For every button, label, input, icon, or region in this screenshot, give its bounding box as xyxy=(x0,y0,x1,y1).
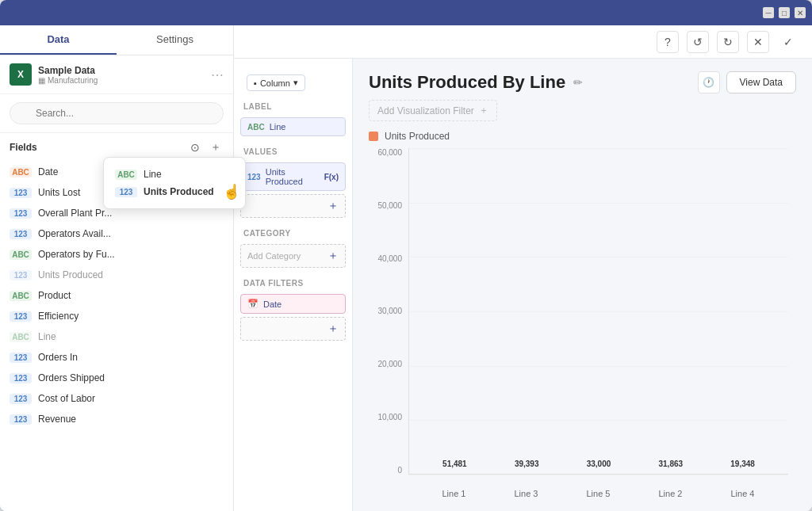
chart-title: Units Produced By Line xyxy=(369,72,565,93)
field-item[interactable]: ABC Line xyxy=(0,326,233,347)
right-panel: ? ↺ ↻ ✕ ✓ ▪ Column ▾ xyxy=(234,25,812,511)
x-labels: Line 1Line 3Line 5Line 2Line 4 xyxy=(408,489,788,498)
field-item[interactable]: 123 Revenue xyxy=(0,409,233,429)
field-name: Revenue xyxy=(38,414,76,425)
y-axis-label: 10,000 xyxy=(377,413,402,421)
close-viz-button[interactable]: ✕ xyxy=(747,31,769,53)
y-axis-label: 20,000 xyxy=(377,360,402,368)
bar-value: 51,481 xyxy=(442,460,467,468)
y-axis-label: 30,000 xyxy=(377,307,402,315)
field-type-badge: ABC xyxy=(10,250,32,260)
field-item[interactable]: 123 Orders Shipped xyxy=(0,368,233,388)
field-name: Operators Avail... xyxy=(38,228,111,239)
field-item[interactable]: ABC Operators by Fu... xyxy=(0,244,233,265)
field-name: Cost of Labor xyxy=(38,393,95,404)
title-bar: ─ □ ✕ xyxy=(0,0,812,25)
field-item[interactable]: 123 Efficiency xyxy=(0,306,233,326)
field-type-badge: 123 xyxy=(10,373,32,383)
datasource-row: X Sample Data ▦ Manufacturing ⋯ xyxy=(0,55,233,94)
config-filters-heading: DATA FILTERS xyxy=(234,276,352,291)
values-type-icon: 123 xyxy=(247,173,261,181)
field-type-badge: 123 xyxy=(10,353,32,363)
cursor-hand-icon: ☝ xyxy=(223,183,240,200)
field-type-badge: ABC xyxy=(10,332,32,342)
config-filter-date-field[interactable]: 📅 Date xyxy=(240,294,346,314)
fields-label: Fields xyxy=(10,142,182,153)
date-filter-icon: 📅 xyxy=(247,299,259,309)
search-input[interactable] xyxy=(10,102,224,124)
field-item[interactable]: 123 Orders In xyxy=(0,347,233,368)
field-name: Efficiency xyxy=(38,311,79,322)
left-panel: Data Settings X Sample Data ▦ Manufactur… xyxy=(0,25,234,511)
datasource-menu-icon[interactable]: ⋯ xyxy=(211,67,224,82)
chevron-down-icon: ▾ xyxy=(293,78,298,88)
config-values-field[interactable]: 123 Units Produced F(x) xyxy=(240,162,346,191)
table-icon: ▦ xyxy=(38,76,45,85)
field-name: Units Lost xyxy=(38,187,80,198)
field-name: Units Produced xyxy=(38,269,103,280)
field-type-badge: ABC xyxy=(10,167,32,177)
field-item[interactable]: 123 Cost of Labor xyxy=(0,388,233,409)
column-chart-icon: ▪ xyxy=(254,78,257,88)
chart-inner: 51,481 39,393 33,000 31,863 19,348 xyxy=(408,148,788,475)
y-axis-label: 0 xyxy=(397,466,402,475)
search-bar: 🔍 xyxy=(0,94,233,133)
viz-area: ▪ Column ▾ LABEL ABC Line VALUES xyxy=(234,59,812,511)
add-category-icon: ＋ xyxy=(327,249,339,263)
close-window-button[interactable]: ✕ xyxy=(795,7,806,18)
tooltip-name-line: Line xyxy=(144,169,162,180)
config-filter-add[interactable]: ＋ xyxy=(240,317,346,341)
y-axis-label: 50,000 xyxy=(377,201,402,210)
tooltip-item-units: 123 Units Produced ☝ xyxy=(115,183,234,200)
excel-icon: X xyxy=(10,63,32,86)
field-name: Orders In xyxy=(38,352,78,363)
tooltip-item-line: ABC Line xyxy=(115,166,234,183)
view-data-button[interactable]: View Data xyxy=(726,71,796,93)
help-button[interactable]: ? xyxy=(657,31,679,53)
x-axis-label: Line 4 xyxy=(713,489,772,498)
config-values-heading: VALUES xyxy=(234,144,352,159)
add-viz-filter-button[interactable]: Add Visualization Filter ＋ xyxy=(369,100,497,121)
field-item[interactable]: 123 Operators Avail... xyxy=(0,223,233,244)
field-list: ABC Date 123 Units Lost 123 Overall Plan… xyxy=(0,162,233,511)
config-label-section: LABEL ABC Line xyxy=(234,99,352,136)
confirm-button[interactable]: ✓ xyxy=(777,31,799,53)
config-category-add[interactable]: Add Category ＋ xyxy=(240,244,346,268)
y-axis-label: 60,000 xyxy=(377,148,402,157)
app-window: ─ □ ✕ Data Settings X Sample Data ▦ Man xyxy=(0,0,812,511)
chart-type-button[interactable]: ▪ Column ▾ xyxy=(247,74,305,91)
legend-label: Units Produced xyxy=(385,131,450,142)
bar-value: 33,000 xyxy=(587,460,611,468)
field-item[interactable]: 123 Units Produced xyxy=(0,265,233,285)
config-filters-section: DATA FILTERS 📅 Date ＋ xyxy=(234,276,352,341)
field-item[interactable]: ABC Product xyxy=(0,285,233,306)
add-value-icon: ＋ xyxy=(327,199,339,213)
field-name: Product xyxy=(38,290,71,301)
drag-tooltip: ABC Line 123 Units Produced ☝ xyxy=(103,157,246,209)
field-type-badge: 123 xyxy=(10,311,32,322)
redo-button[interactable]: ↻ xyxy=(717,31,739,53)
config-label-field[interactable]: ABC Line xyxy=(240,117,346,136)
fields-options-icon[interactable]: ⊙ xyxy=(187,139,203,155)
category-placeholder: Add Category xyxy=(247,251,301,261)
fx-button[interactable]: F(x) xyxy=(324,173,339,181)
config-category-heading: CATEGORY xyxy=(234,226,352,241)
datasource-name: Sample Data xyxy=(38,65,205,76)
chart-title-group: Units Produced By Line ✏ xyxy=(369,72,583,93)
refresh-button[interactable]: 🕐 xyxy=(698,71,720,93)
app-body: Data Settings X Sample Data ▦ Manufactur… xyxy=(0,25,812,511)
tooltip-name-units: Units Produced xyxy=(144,186,214,197)
minimize-button[interactable]: ─ xyxy=(763,7,774,18)
config-values-add[interactable]: ＋ xyxy=(240,194,346,218)
tab-settings[interactable]: Settings xyxy=(117,25,233,55)
edit-title-icon[interactable]: ✏ xyxy=(573,76,583,89)
field-type-badge: 123 xyxy=(10,229,32,239)
add-filter-icon: ＋ xyxy=(327,322,339,336)
maximize-button[interactable]: □ xyxy=(779,7,790,18)
undo-button[interactable]: ↺ xyxy=(687,31,709,53)
fields-add-icon[interactable]: ＋ xyxy=(208,139,224,155)
chart-area: Units Produced By Line ✏ 🕐 View Data Add… xyxy=(353,59,812,511)
x-axis-label: Line 1 xyxy=(424,489,484,498)
tab-data[interactable]: Data xyxy=(0,25,117,55)
datasource-info: Sample Data ▦ Manufacturing xyxy=(38,65,205,85)
